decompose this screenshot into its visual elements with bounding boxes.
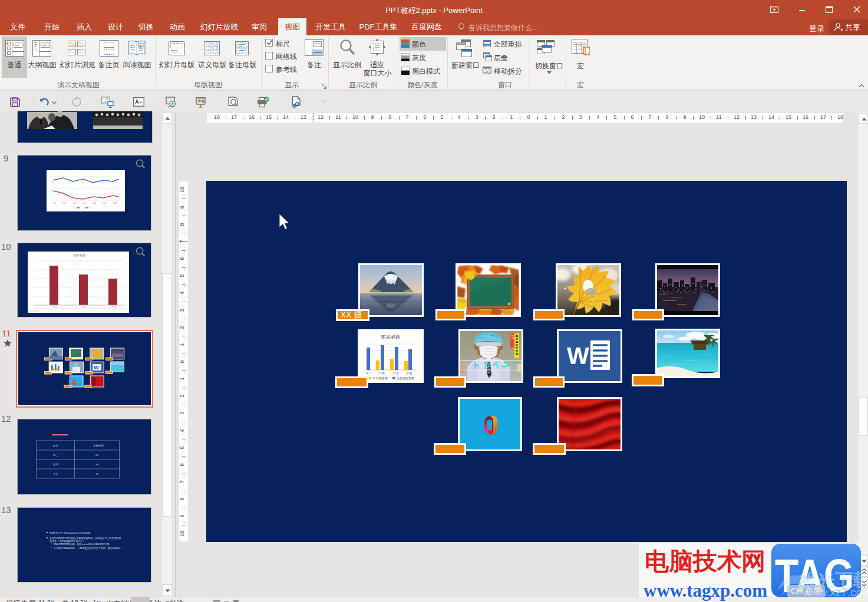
svg-text:张三: 张三 — [53, 454, 58, 457]
svg-text:W: W — [94, 365, 99, 371]
svg-text:掌握幻灯片汇总присоединение的实现。: 掌握幻灯片汇总присоединение的实现。 — [49, 531, 93, 534]
svg-text:二季度: 二季度 — [80, 305, 87, 308]
svg-text:姓名: 姓名 — [52, 444, 58, 447]
svg-text:W: W — [567, 343, 589, 369]
svg-text:李四: 李四 — [53, 463, 58, 466]
svg-text:考核成绩: 考核成绩 — [93, 444, 104, 447]
svg-text:当前总销售额: 当前总销售额 — [396, 376, 415, 381]
svg-text:8月: 8月 — [93, 202, 96, 204]
svg-text:行号临率地编辑功能。（视觉意义时代专注了内容，图示也效果。）: 行号临率地编辑功能。（视觉意义时代专注了内容，图示也效果。） — [53, 547, 124, 550]
svg-text:86: 86 — [95, 463, 98, 466]
svg-text:1: 1 — [367, 371, 368, 375]
svg-text:小徐: 小徐 — [378, 371, 385, 375]
svg-text:三季度: 三季度 — [110, 305, 116, 308]
svg-text:4月: 4月 — [53, 202, 56, 204]
svg-text:10月: 10月 — [113, 202, 117, 204]
svg-text:小王: 小王 — [392, 371, 400, 375]
svg-text:9月: 9月 — [103, 202, 106, 204]
svg-text:11月销售额: 11月销售额 — [372, 376, 388, 381]
svg-text:图表标题: 图表标题 — [381, 335, 400, 340]
svg-text:6月: 6月 — [73, 202, 76, 204]
svg-text:图标布置环境规划椅：被务ность适合计算机资料文档。: 图标布置环境规划椅：被务ность适合计算机资料文档。 — [54, 543, 111, 546]
svg-text:72: 72 — [95, 472, 98, 475]
svg-text:王五: 王五 — [53, 472, 58, 475]
svg-text:7月: 7月 — [83, 202, 86, 204]
svg-text:一季度: 一季度 — [51, 305, 57, 308]
svg-text:小赵: 小赵 — [405, 371, 413, 375]
svg-text:图表标题: 图表标题 — [74, 253, 85, 257]
svg-text:5月: 5月 — [63, 202, 66, 204]
svg-text:89: 89 — [95, 454, 98, 457]
